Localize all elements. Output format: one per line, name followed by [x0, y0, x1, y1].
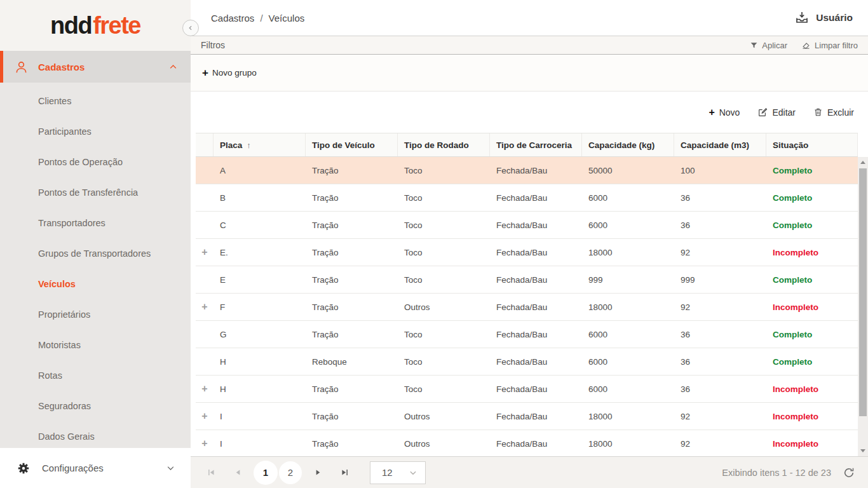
- cell-situacao: Completo: [766, 212, 858, 238]
- scroll-down-icon[interactable]: [860, 449, 865, 452]
- cell-tipo-carroceria: Fechada/Bau: [490, 212, 582, 238]
- breadcrumb-page: Veículos: [269, 13, 305, 24]
- column-header-capacidade-kg[interactable]: Capacidade (kg): [582, 133, 674, 156]
- sidebar-item-configuracoes[interactable]: Configurações: [0, 448, 191, 488]
- cell-tipo-veiculo: Tração: [306, 403, 398, 430]
- breadcrumb: Cadastros / Veículos: [211, 13, 304, 24]
- next-page-button[interactable]: [306, 461, 329, 484]
- table-row[interactable]: BTraçãoTocoFechada/Bau600036Completo: [196, 184, 858, 212]
- row-expand-placeholder: [196, 321, 214, 348]
- apply-filter-button[interactable]: Aplicar: [750, 41, 787, 50]
- cell-tipo-veiculo: Reboque: [306, 348, 398, 375]
- delete-button[interactable]: Excluir: [813, 107, 854, 118]
- cell-tipo-rodado: Toco: [398, 212, 490, 238]
- cell-placa: H: [214, 348, 306, 375]
- table-row[interactable]: +ITraçãoOutrosFechada/Bau1800092Incomple…: [196, 403, 858, 430]
- cell-capacidade-m3: 92: [674, 239, 766, 266]
- sidebar-item-clientes[interactable]: Clientes: [0, 86, 191, 116]
- edit-button[interactable]: Editar: [757, 107, 796, 118]
- column-header-capacidade-m3[interactable]: Capacidade (m3): [674, 133, 766, 156]
- page-button-2[interactable]: 2: [279, 461, 302, 484]
- table-row[interactable]: ETraçãoTocoFechada/Bau999999Completo: [196, 266, 858, 294]
- table-row[interactable]: +HTraçãoTocoFechada/Bau600036Incompleto: [196, 376, 858, 403]
- row-expand-button[interactable]: +: [196, 430, 214, 456]
- sidebar-item-seguradoras[interactable]: Seguradoras: [0, 391, 191, 421]
- cell-situacao: Incompleto: [766, 376, 858, 402]
- chevron-up-icon[interactable]: [168, 62, 178, 72]
- cell-tipo-carroceria: Fechada/Bau: [490, 239, 582, 266]
- table-row[interactable]: +FTraçãoOutrosFechada/Bau1800092Incomple…: [196, 294, 858, 321]
- chevron-down-icon[interactable]: [166, 463, 175, 473]
- row-expand-button[interactable]: +: [196, 376, 214, 402]
- new-group-button[interactable]: + Novo grupo: [202, 67, 257, 78]
- cell-placa: G: [214, 321, 306, 348]
- table-row[interactable]: +ITraçãoOutrosFechada/Bau1800092Incomple…: [196, 430, 858, 456]
- refresh-icon: [843, 466, 855, 479]
- column-header-tipo-de-rodado[interactable]: Tipo de Rodado: [398, 133, 490, 156]
- logo-text-ndd: ndd: [50, 12, 92, 39]
- table-row[interactable]: +E.TraçãoTocoFechada/Bau1800092Incomplet…: [196, 239, 858, 266]
- column-header-situacao[interactable]: Situação: [766, 133, 858, 156]
- new-button[interactable]: + Novo: [709, 107, 740, 118]
- new-group-label: Novo grupo: [212, 68, 257, 78]
- clear-filter-button[interactable]: Limpar filtro: [801, 41, 858, 50]
- cell-tipo-rodado: Toco: [398, 321, 490, 348]
- row-expand-button[interactable]: +: [196, 294, 214, 320]
- sidebar-item-rotas[interactable]: Rotas: [0, 360, 191, 391]
- table-row[interactable]: HReboqueTocoFechada/Bau600036Completo: [196, 348, 858, 376]
- previous-page-icon: [234, 468, 242, 477]
- cell-tipo-rodado: Outros: [398, 294, 490, 320]
- column-header-label: Situação: [773, 140, 808, 150]
- column-header-tipo-de-veiculo[interactable]: Tipo de Veículo: [306, 133, 398, 156]
- table-row[interactable]: GTraçãoTocoFechada/Bau600036Completo: [196, 321, 858, 348]
- column-header-tipo-de-carroceria[interactable]: Tipo de Carroceria: [490, 133, 582, 156]
- cell-tipo-veiculo: Tração: [306, 212, 398, 238]
- cell-capacidade-m3: 36: [674, 321, 766, 348]
- breadcrumb-section[interactable]: Cadastros: [211, 13, 254, 24]
- plus-icon: +: [202, 67, 208, 78]
- delete-button-label: Excluir: [827, 107, 854, 118]
- sidebar-collapse-button[interactable]: [182, 20, 199, 36]
- sidebar-item-motoristas[interactable]: Motoristas: [0, 330, 191, 360]
- sidebar-item-veiculos[interactable]: Veículos: [0, 269, 191, 299]
- sidebar-section-cadastros[interactable]: Cadastros: [0, 51, 191, 83]
- table-row[interactable]: CTraçãoTocoFechada/Bau600036Completo: [196, 212, 858, 239]
- first-page-button[interactable]: [200, 461, 222, 484]
- row-expand-placeholder: [196, 348, 214, 375]
- row-expand-button[interactable]: +: [196, 239, 214, 266]
- scrollbar-thumb[interactable]: [859, 168, 867, 416]
- sidebar-item-transportadores[interactable]: Transportadores: [0, 208, 191, 238]
- vertical-scrollbar[interactable]: [858, 157, 868, 456]
- previous-page-button[interactable]: [226, 461, 249, 484]
- refresh-button[interactable]: [843, 466, 855, 479]
- row-expand-placeholder: [196, 266, 214, 293]
- sidebar-item-grupos-de-transportadores[interactable]: Grupos de Transportadores: [0, 238, 191, 269]
- sidebar-item-participantes[interactable]: Participantes: [0, 116, 191, 147]
- column-header-placa[interactable]: Placa↑: [214, 133, 306, 156]
- sidebar-footer-label: Configurações: [42, 463, 154, 473]
- sidebar-item-proprietarios[interactable]: Proprietários: [0, 299, 191, 330]
- column-header-label: Placa: [220, 140, 242, 150]
- sidebar-item-pontos-de-transferencia[interactable]: Pontos de Transferência: [0, 177, 191, 208]
- user-menu[interactable]: Usuário: [794, 10, 853, 25]
- scroll-up-icon[interactable]: [860, 161, 865, 164]
- sidebar-item-pontos-de-operacao[interactable]: Pontos de Operação: [0, 147, 191, 177]
- cell-tipo-rodado: Outros: [398, 403, 490, 430]
- cell-tipo-veiculo: Tração: [306, 430, 398, 456]
- cell-capacidade-kg: 6000: [582, 212, 674, 238]
- column-header-label: Tipo de Carroceria: [496, 140, 572, 150]
- chevron-left-icon: [186, 24, 195, 32]
- page-button-1[interactable]: 1: [254, 461, 278, 485]
- page-size-select[interactable]: 12: [370, 461, 426, 484]
- cell-tipo-rodado: Toco: [398, 157, 490, 184]
- cell-tipo-carroceria: Fechada/Bau: [490, 294, 582, 320]
- user-label: Usuário: [816, 12, 853, 24]
- funnel-icon: [750, 41, 758, 50]
- table-row[interactable]: ATraçãoTocoFechada/Bau50000100Completo: [196, 157, 858, 184]
- cell-capacidade-kg: 999: [582, 266, 674, 293]
- page-buttons: 12: [253, 461, 302, 485]
- row-expand-button[interactable]: +: [196, 403, 214, 430]
- row-expand-placeholder: [196, 212, 214, 238]
- sidebar-item-dados-gerais[interactable]: Dados Gerais: [0, 421, 191, 448]
- last-page-button[interactable]: [333, 461, 356, 484]
